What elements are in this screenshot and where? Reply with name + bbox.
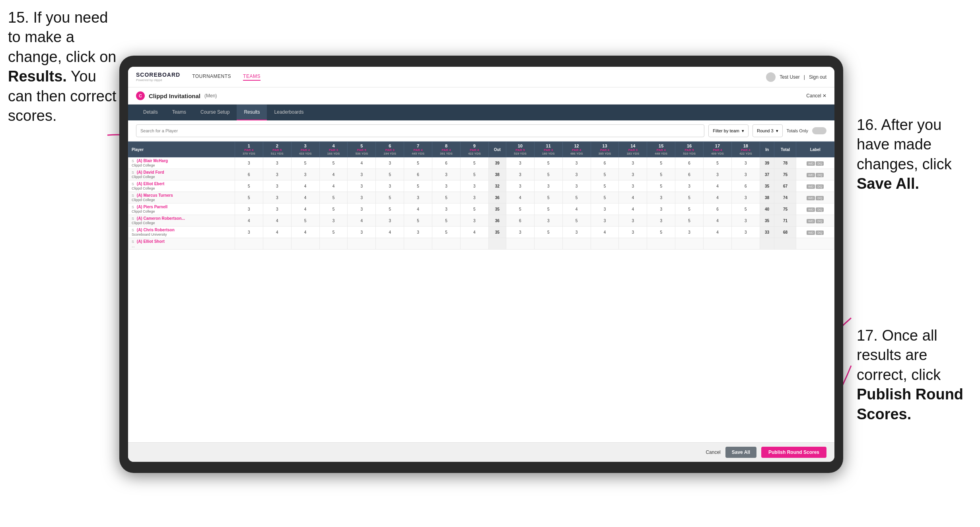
hole-score[interactable]: 3 (731, 227, 760, 238)
save-all-button[interactable]: Save All (725, 447, 756, 458)
hole-score[interactable]: 5 (376, 192, 404, 203)
hole-score[interactable]: 6 (591, 157, 619, 169)
hole-score[interactable]: 3 (731, 169, 760, 180)
hole-score[interactable]: 5 (675, 215, 704, 227)
hole-score[interactable] (263, 238, 291, 250)
hole-score[interactable]: 3 (506, 157, 534, 169)
hole-score[interactable]: 5 (591, 169, 619, 180)
hole-score[interactable]: 5 (675, 203, 704, 215)
hole-score[interactable] (376, 238, 404, 250)
hole-score[interactable]: 4 (704, 192, 732, 203)
hole-score[interactable]: 4 (562, 203, 591, 215)
hole-score[interactable]: 5 (534, 192, 562, 203)
hole-score[interactable]: 3 (619, 180, 647, 192)
hole-score[interactable]: 4 (235, 215, 263, 227)
hole-score[interactable]: 5 (291, 215, 319, 227)
hole-score[interactable] (647, 238, 675, 250)
hole-score[interactable]: 3 (562, 227, 591, 238)
hole-score[interactable]: 4 (404, 203, 432, 215)
hole-score[interactable]: 5 (235, 180, 263, 192)
hole-score[interactable]: 3 (619, 215, 647, 227)
hole-score[interactable]: 3 (263, 180, 291, 192)
hole-score[interactable]: 3 (404, 192, 432, 203)
hole-score[interactable]: 3 (647, 192, 675, 203)
hole-score[interactable]: 6 (432, 157, 461, 169)
hole-score[interactable]: 3 (460, 180, 488, 192)
hole-score[interactable]: 6 (235, 169, 263, 180)
hole-score[interactable] (591, 238, 619, 250)
hole-score[interactable]: 6 (506, 215, 534, 227)
hole-score[interactable]: 3 (506, 180, 534, 192)
hole-score[interactable]: 4 (704, 227, 732, 238)
hole-score[interactable]: 3 (562, 180, 591, 192)
hole-score[interactable]: 3 (235, 203, 263, 215)
hole-score[interactable]: 5 (647, 227, 675, 238)
hole-score[interactable] (348, 238, 376, 250)
publish-round-scores-button[interactable]: Publish Round Scores (761, 447, 826, 458)
hole-score[interactable]: 5 (562, 192, 591, 203)
tab-teams[interactable]: Teams (165, 105, 193, 120)
hole-score[interactable]: 5 (432, 192, 461, 203)
hole-score[interactable]: 4 (591, 227, 619, 238)
hole-score[interactable]: 5 (291, 157, 319, 169)
hole-score[interactable]: 4 (348, 157, 376, 169)
tab-course-setup[interactable]: Course Setup (193, 105, 237, 120)
hole-score[interactable]: 5 (404, 157, 432, 169)
tab-details[interactable]: Details (136, 105, 165, 120)
hole-score[interactable]: 3 (263, 203, 291, 215)
hole-score[interactable]: 3 (591, 215, 619, 227)
hole-score[interactable]: 5 (319, 192, 348, 203)
hole-score[interactable]: 5 (534, 227, 562, 238)
hole-score[interactable] (619, 238, 647, 250)
hole-score[interactable]: 5 (647, 180, 675, 192)
search-input[interactable] (136, 124, 704, 137)
hole-score[interactable]: 3 (235, 157, 263, 169)
hole-score[interactable]: 5 (319, 157, 348, 169)
hole-score[interactable]: 3 (376, 157, 404, 169)
hole-score[interactable]: 4 (291, 192, 319, 203)
hole-score[interactable]: 3 (460, 192, 488, 203)
hole-score[interactable]: 5 (731, 203, 760, 215)
hole-score[interactable]: 5 (647, 169, 675, 180)
round-dropdown[interactable]: Round 3 ▾ (752, 124, 783, 137)
hole-score[interactable]: 4 (291, 227, 319, 238)
hole-score[interactable]: 5 (506, 203, 534, 215)
hole-score[interactable]: 4 (704, 215, 732, 227)
hole-score[interactable]: 5 (704, 157, 732, 169)
hole-score[interactable]: 5 (319, 203, 348, 215)
hole-score[interactable]: 3 (591, 203, 619, 215)
hole-score[interactable] (704, 238, 732, 250)
hole-score[interactable] (731, 238, 760, 250)
sign-out-link[interactable]: Sign out (809, 74, 826, 80)
hole-score[interactable]: 5 (647, 157, 675, 169)
hole-score[interactable]: 5 (376, 169, 404, 180)
hole-score[interactable]: 4 (348, 215, 376, 227)
hole-score[interactable]: 5 (432, 227, 461, 238)
hole-score[interactable]: 5 (460, 169, 488, 180)
hole-score[interactable]: 5 (534, 169, 562, 180)
hole-score[interactable]: 5 (460, 157, 488, 169)
hole-score[interactable]: 3 (348, 192, 376, 203)
hole-score[interactable] (319, 238, 348, 250)
hole-score[interactable]: 4 (263, 227, 291, 238)
hole-score[interactable]: 5 (534, 203, 562, 215)
hole-score[interactable]: 5 (404, 180, 432, 192)
hole-score[interactable]: 3 (348, 180, 376, 192)
hole-score[interactable]: 3 (263, 192, 291, 203)
hole-score[interactable]: 3 (291, 169, 319, 180)
hole-score[interactable]: 5 (460, 203, 488, 215)
hole-score[interactable]: 6 (404, 169, 432, 180)
hole-score[interactable] (534, 238, 562, 250)
hole-score[interactable]: 3 (432, 180, 461, 192)
hole-score[interactable]: 6 (731, 180, 760, 192)
hole-score[interactable]: 4 (506, 192, 534, 203)
hole-score[interactable]: 5 (235, 192, 263, 203)
cancel-tournament-button[interactable]: Cancel ✕ (806, 93, 826, 99)
hole-score[interactable]: 3 (348, 203, 376, 215)
hole-score[interactable]: 5 (534, 157, 562, 169)
hole-score[interactable]: 6 (704, 203, 732, 215)
hole-score[interactable]: 6 (675, 169, 704, 180)
hole-score[interactable]: 3 (731, 215, 760, 227)
hole-score[interactable]: 3 (376, 215, 404, 227)
hole-score[interactable]: 3 (263, 157, 291, 169)
